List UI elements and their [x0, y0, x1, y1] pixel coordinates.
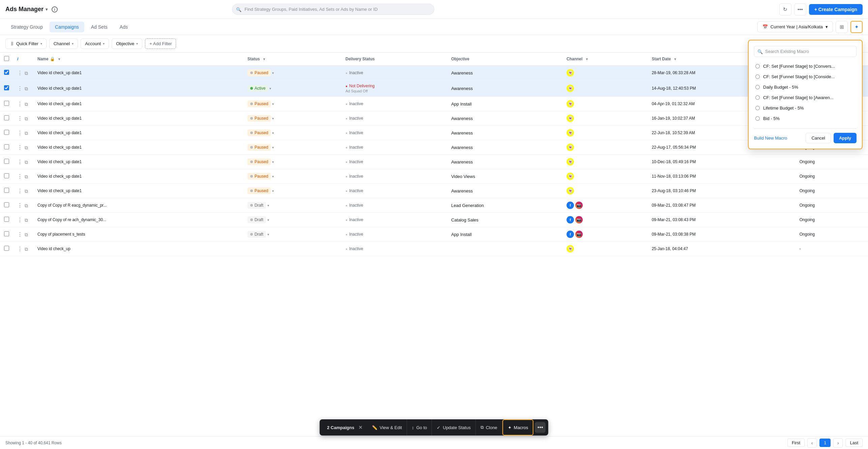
objective-filter-button[interactable]: Objective ▾: [112, 38, 142, 49]
row-checkbox[interactable]: [4, 115, 9, 120]
row-menu-icon[interactable]: ⋮: [17, 174, 23, 179]
row-copy-icon[interactable]: ⧉: [25, 246, 28, 252]
row-copy-icon[interactable]: ⧉: [25, 232, 28, 237]
channel-filter-button[interactable]: Channel ▾: [49, 38, 78, 49]
row-checkbox[interactable]: [4, 70, 9, 75]
row-checkbox-cell[interactable]: [0, 184, 13, 198]
row-checkbox[interactable]: [4, 202, 9, 207]
row-copy-icon[interactable]: ⧉: [25, 145, 28, 150]
macro-option[interactable]: Bid - 5%: [754, 113, 857, 124]
channel-sort-icon[interactable]: ▼: [585, 57, 588, 61]
macro-wand-button[interactable]: ✦: [850, 21, 863, 33]
row-checkbox[interactable]: [4, 144, 9, 149]
status-chevron-icon[interactable]: ▾: [272, 175, 274, 178]
row-copy-icon[interactable]: ⧉: [25, 217, 28, 223]
start-date-sort-icon[interactable]: ▼: [673, 57, 677, 61]
status-chevron-icon[interactable]: ▾: [269, 87, 271, 90]
create-campaign-button[interactable]: + Create Campaign: [809, 4, 863, 15]
row-copy-icon[interactable]: ⧉: [25, 116, 28, 121]
row-checkbox-cell[interactable]: [0, 169, 13, 184]
toolbar-update-status[interactable]: ✓ Update Status: [432, 419, 475, 431]
status-chevron-icon[interactable]: ▾: [272, 146, 274, 149]
date-picker-button[interactable]: 📅 Current Year | Asia/Kolkata ▾: [757, 21, 833, 32]
row-checkbox-cell[interactable]: [0, 140, 13, 155]
select-all-cell[interactable]: [0, 53, 13, 66]
macro-cancel-button[interactable]: Cancel: [806, 133, 831, 143]
macro-radio[interactable]: [755, 116, 760, 121]
status-sort-icon[interactable]: ▼: [262, 57, 266, 61]
th-status[interactable]: Status▼: [243, 53, 342, 66]
row-checkbox[interactable]: [4, 130, 9, 135]
status-chevron-icon[interactable]: ▾: [267, 233, 269, 236]
macro-radio[interactable]: [755, 85, 760, 89]
row-checkbox-cell[interactable]: [0, 213, 13, 227]
columns-button[interactable]: ⊞: [836, 21, 848, 33]
row-checkbox[interactable]: [4, 159, 9, 164]
toolbar-more-button[interactable]: •••: [535, 422, 546, 431]
row-menu-icon[interactable]: ⋮: [17, 232, 23, 237]
macro-option[interactable]: Daily Budget - 5%: [754, 82, 857, 92]
row-checkbox-cell[interactable]: [0, 198, 13, 213]
tab-ads[interactable]: Ads: [114, 22, 133, 32]
status-chevron-icon[interactable]: ▾: [267, 204, 269, 207]
row-copy-icon[interactable]: ⧉: [25, 70, 28, 76]
status-chevron-icon[interactable]: ▾: [272, 71, 274, 75]
row-checkbox[interactable]: [4, 188, 9, 193]
status-chevron-icon[interactable]: ▾: [272, 189, 274, 193]
app-title-chevron-icon[interactable]: ▾: [46, 7, 48, 12]
row-checkbox-cell[interactable]: [0, 155, 13, 169]
toolbar-close-button[interactable]: ✕: [358, 425, 363, 430]
row-copy-icon[interactable]: ⧉: [25, 159, 28, 165]
row-menu-icon[interactable]: ⋮: [17, 246, 23, 252]
row-menu-icon[interactable]: ⋮: [17, 159, 23, 165]
row-menu-icon[interactable]: ⋮: [17, 116, 23, 121]
row-checkbox[interactable]: [4, 85, 9, 90]
tab-campaigns[interactable]: Campaigns: [50, 22, 84, 32]
status-chevron-icon[interactable]: ▾: [272, 102, 274, 106]
row-checkbox-cell[interactable]: [0, 80, 13, 97]
account-filter-button[interactable]: Account ▾: [81, 38, 109, 49]
row-checkbox[interactable]: [4, 173, 9, 178]
row-copy-icon[interactable]: ⧉: [25, 188, 28, 194]
macro-apply-button[interactable]: Apply: [834, 133, 857, 143]
more-options-button[interactable]: •••: [794, 3, 806, 16]
status-chevron-icon[interactable]: ▾: [272, 117, 274, 120]
info-icon[interactable]: i: [52, 6, 58, 12]
row-checkbox[interactable]: [4, 231, 9, 236]
row-copy-icon[interactable]: ⧉: [25, 174, 28, 179]
row-checkbox[interactable]: [4, 246, 9, 251]
row-checkbox-cell[interactable]: [0, 111, 13, 126]
row-menu-icon[interactable]: ⋮: [17, 86, 23, 91]
macro-option[interactable]: CF: Set [Funnel Stage] to [Convers...: [754, 61, 857, 71]
row-copy-icon[interactable]: ⧉: [25, 203, 28, 208]
row-checkbox[interactable]: [4, 217, 9, 222]
row-checkbox-cell[interactable]: [0, 227, 13, 242]
macro-option[interactable]: CF: Set [Funnel Stage] to [Conside...: [754, 71, 857, 82]
row-checkbox-cell[interactable]: [0, 242, 13, 256]
row-copy-icon[interactable]: ⧉: [25, 130, 28, 136]
row-menu-icon[interactable]: ⋮: [17, 101, 23, 107]
row-menu-icon[interactable]: ⋮: [17, 130, 23, 136]
row-checkbox-cell[interactable]: [0, 126, 13, 140]
quick-filter-button[interactable]: ⧚ Quick Filter ▾: [5, 38, 47, 49]
macro-radio[interactable]: [755, 74, 760, 79]
row-menu-icon[interactable]: ⋮: [17, 203, 23, 208]
row-copy-icon[interactable]: ⧉: [25, 101, 28, 107]
row-menu-icon[interactable]: ⋮: [17, 70, 23, 76]
row-menu-icon[interactable]: ⋮: [17, 217, 23, 223]
build-new-macro-link[interactable]: Build New Macro: [754, 136, 787, 141]
row-copy-icon[interactable]: ⧉: [25, 86, 28, 91]
toolbar-clone[interactable]: ⧉ Clone: [476, 419, 502, 431]
macro-search-input[interactable]: [754, 46, 857, 57]
th-channel[interactable]: Channel▼: [562, 53, 648, 66]
macro-option[interactable]: CF: Set [Funnel Stage] to [Awaren...: [754, 92, 857, 103]
row-checkbox-cell[interactable]: [0, 97, 13, 111]
macro-option[interactable]: Lifetime Budget - 5%: [754, 103, 857, 113]
toolbar-go-to[interactable]: ↕ Go to: [407, 419, 432, 431]
status-chevron-icon[interactable]: ▾: [272, 160, 274, 164]
add-filter-button[interactable]: + Add Filter: [145, 38, 176, 49]
tab-strategy-group[interactable]: Strategy Group: [5, 22, 48, 32]
select-all-checkbox[interactable]: [4, 56, 9, 61]
status-chevron-icon[interactable]: ▾: [272, 131, 274, 135]
toolbar-view-edit[interactable]: ✏️ View & Edit: [367, 419, 407, 431]
